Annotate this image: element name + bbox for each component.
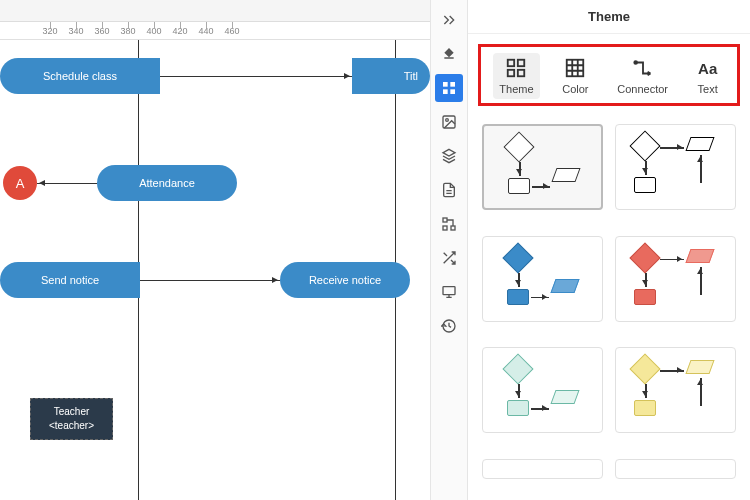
node-title-partial[interactable]: Titl bbox=[352, 58, 430, 94]
theme-option[interactable] bbox=[615, 236, 736, 322]
shuffle-icon[interactable] bbox=[435, 244, 463, 272]
grid-icon bbox=[505, 57, 527, 79]
toolbar-strip bbox=[0, 0, 430, 22]
connector-icon bbox=[632, 57, 654, 79]
theme-tabs: Theme Color Connector Aa Text bbox=[485, 53, 733, 99]
theme-option[interactable] bbox=[615, 124, 736, 210]
svg-rect-10 bbox=[508, 60, 514, 66]
tab-color[interactable]: Color bbox=[556, 53, 594, 99]
svg-point-15 bbox=[634, 61, 637, 64]
history-icon[interactable] bbox=[435, 312, 463, 340]
svg-rect-9 bbox=[443, 287, 455, 295]
theme-option[interactable] bbox=[615, 347, 736, 433]
teacher-stereotype: <teacher> bbox=[49, 419, 94, 433]
image-icon[interactable] bbox=[435, 108, 463, 136]
tab-theme[interactable]: Theme bbox=[493, 53, 539, 99]
arrow bbox=[160, 76, 352, 77]
svg-point-5 bbox=[446, 119, 449, 122]
tab-label: Theme bbox=[499, 83, 533, 95]
node-schedule-class[interactable]: Schedule class bbox=[0, 58, 160, 94]
svg-rect-1 bbox=[450, 82, 455, 87]
node-attendance[interactable]: Attendance bbox=[97, 165, 237, 201]
theme-option[interactable] bbox=[482, 459, 603, 479]
tabs-highlight: Theme Color Connector Aa Text bbox=[478, 44, 740, 106]
canvas-area[interactable]: 320340360380400420440460 Schedule class … bbox=[0, 0, 430, 500]
collapse-panel-button[interactable] bbox=[435, 6, 463, 34]
theme-option[interactable] bbox=[482, 236, 603, 322]
side-panel: Theme Theme Color Connector bbox=[468, 0, 750, 500]
fill-icon[interactable] bbox=[435, 40, 463, 68]
node-endpoint-a[interactable]: A bbox=[3, 166, 37, 200]
teacher-label: Teacher bbox=[49, 405, 94, 419]
tab-label: Text bbox=[698, 83, 718, 95]
arrow bbox=[37, 183, 97, 184]
svg-rect-8 bbox=[443, 226, 447, 230]
tab-label: Color bbox=[562, 83, 588, 95]
svg-rect-2 bbox=[443, 89, 448, 94]
tab-text[interactable]: Aa Text bbox=[691, 53, 725, 99]
svg-rect-13 bbox=[518, 70, 524, 76]
panel-title: Theme bbox=[468, 0, 750, 34]
tab-label: Connector bbox=[617, 83, 668, 95]
org-icon[interactable] bbox=[435, 210, 463, 238]
tab-connector[interactable]: Connector bbox=[611, 53, 674, 99]
text-icon: Aa bbox=[697, 57, 719, 79]
svg-rect-11 bbox=[518, 60, 524, 66]
theme-grid bbox=[468, 116, 750, 500]
palette-icon bbox=[564, 57, 586, 79]
svg-rect-14 bbox=[567, 60, 584, 77]
svg-rect-12 bbox=[508, 70, 514, 76]
theme-option[interactable] bbox=[615, 459, 736, 479]
diagram-canvas[interactable]: Schedule class Titl A Attendance Send no… bbox=[0, 40, 430, 500]
presentation-icon[interactable] bbox=[435, 278, 463, 306]
svg-rect-7 bbox=[451, 226, 455, 230]
node-teacher[interactable]: Teacher <teacher> bbox=[30, 398, 113, 440]
layers-icon[interactable] bbox=[435, 142, 463, 170]
document-icon[interactable] bbox=[435, 176, 463, 204]
theme-option[interactable] bbox=[482, 347, 603, 433]
node-receive-notice[interactable]: Receive notice bbox=[280, 262, 410, 298]
node-send-notice[interactable]: Send notice bbox=[0, 262, 140, 298]
theme-panel-icon[interactable] bbox=[435, 74, 463, 102]
arrow bbox=[140, 280, 280, 281]
svg-rect-3 bbox=[450, 89, 455, 94]
tool-rail bbox=[430, 0, 468, 500]
svg-rect-0 bbox=[443, 82, 448, 87]
theme-option[interactable] bbox=[482, 124, 603, 210]
horizontal-ruler: 320340360380400420440460 bbox=[0, 22, 430, 40]
svg-rect-6 bbox=[443, 218, 447, 222]
